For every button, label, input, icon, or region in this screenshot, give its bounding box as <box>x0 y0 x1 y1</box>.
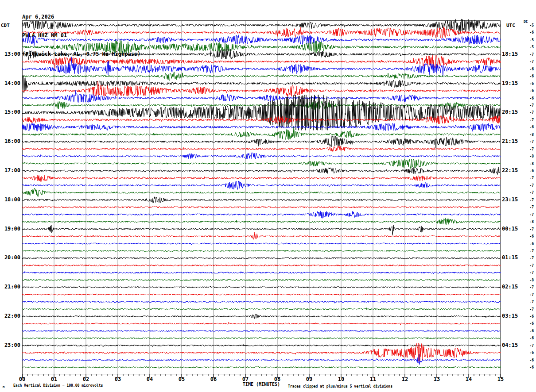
dc-offset-value: -6 <box>523 31 534 35</box>
x-axis-tick-label: 08 <box>271 376 284 382</box>
utc-hour-label: 04:15 <box>502 342 522 348</box>
x-axis-tick-label: 01 <box>48 376 60 382</box>
dc-offset-value: -7 <box>523 271 534 275</box>
x-axis-tick-label: 10 <box>335 376 347 382</box>
x-axis-tick-label: 11 <box>367 376 379 382</box>
seismogram-trace-row <box>22 127 501 140</box>
seismogram-trace-row <box>22 181 501 190</box>
utc-hour-label: 20:15 <box>502 109 522 115</box>
utc-hour-label: 18:15 <box>502 51 522 57</box>
cdt-hour-label: 23:00 <box>0 342 20 348</box>
x-axis-tick-label: 13 <box>431 376 443 382</box>
header-date: Apr 6,2026 <box>22 14 140 20</box>
seismogram-trace-row <box>22 354 501 365</box>
seismogram-trace-row <box>22 286 501 288</box>
x-axis-tick-label: 14 <box>462 376 475 382</box>
dc-offset-value: -7 <box>523 300 534 304</box>
cdt-hour-label: 22:00 <box>0 313 20 319</box>
utc-hour-label: 01:15 <box>502 254 522 261</box>
cdt-hour-label: 19:00 <box>0 226 20 232</box>
seismogram-trace-row <box>22 206 501 208</box>
dc-offset-value: -6 <box>523 234 534 239</box>
x-axis-tick-label: 06 <box>207 376 220 382</box>
dc-offset-value: -7 <box>523 111 534 115</box>
seismogram-trace-row <box>22 159 501 169</box>
seismogram-trace-row <box>22 314 501 319</box>
dc-offset-value: -7 <box>523 293 534 297</box>
dc-offset-value: -7 <box>523 147 534 152</box>
seismogram-trace-row <box>22 250 501 252</box>
dc-offset-value: -7 <box>523 104 534 108</box>
dc-offset-value: -6 <box>523 67 534 72</box>
seismogram-trace-row <box>22 272 501 274</box>
dc-offset-value: -7 <box>523 53 534 57</box>
seismogram-trace-row <box>22 123 501 131</box>
seismogram-trace-row <box>22 294 501 295</box>
dc-offset-value: -6 <box>523 82 534 86</box>
seismogram-trace-row <box>22 308 501 311</box>
dc-offset-value: -7 <box>523 344 534 348</box>
dc-offset-value: -7 <box>523 264 534 268</box>
dc-offset-value: -6 <box>523 315 534 319</box>
clip-note: Traces clipped at plus/minus 5 vertical … <box>288 384 392 388</box>
seismogram-trace-row <box>22 323 501 325</box>
seismogram-trace-row <box>22 175 501 182</box>
cdt-hour-label: 14:00 <box>0 80 20 86</box>
seismogram-trace-row <box>22 136 501 149</box>
dc-offset-value: -6 <box>523 336 534 341</box>
x-axis-tick-label: 04 <box>144 376 156 382</box>
dc-offset-value: -7 <box>523 176 534 181</box>
cdt-hour-label: 20:00 <box>0 254 20 261</box>
cdt-hour-label: 16:00 <box>0 138 20 144</box>
seismogram-plot <box>22 20 501 380</box>
cdt-hour-label: 21:00 <box>0 284 20 290</box>
seismogram-trace-row <box>22 40 501 54</box>
dc-offset-value: -8 <box>523 162 534 166</box>
right-timezone-label: UTC <box>506 23 515 28</box>
dc-offset-value: -8 <box>523 220 534 224</box>
helicorder-page: Apr 6,2026 PWLA HHZ NM 01 (Pickwick Lake… <box>0 0 536 392</box>
seismogram-trace-row <box>22 279 501 281</box>
watermark-glyph: M <box>3 385 4 389</box>
left-timezone-label: CDT <box>1 23 10 28</box>
cdt-hour-label: 13:00 <box>0 51 20 57</box>
seismogram-trace-row <box>22 188 501 196</box>
seismogram-trace-row <box>22 167 501 175</box>
seismogram-trace-row <box>22 301 501 304</box>
seismogram-trace-row <box>22 344 501 347</box>
cdt-hour-label: 17:00 <box>0 167 20 173</box>
dc-offset-value: -7 <box>523 191 534 195</box>
dc-offset-value: -6 <box>523 169 534 173</box>
dc-offset-value: -6 <box>523 329 534 334</box>
dc-offset-value: -5 <box>523 23 534 28</box>
dc-offset-value: -7 <box>523 249 534 254</box>
x-axis-tick-label: 02 <box>80 376 92 382</box>
x-axis-tick-label: 07 <box>239 376 252 382</box>
seismogram-trace-row <box>22 330 501 331</box>
seismogram-trace-row <box>22 218 501 225</box>
seismogram-trace-row <box>22 265 501 266</box>
dc-offset-value: -7 <box>523 285 534 290</box>
utc-hour-label: 02:15 <box>502 284 522 290</box>
scale-note: Each Vertical Division = 100.00 microvol… <box>13 384 103 388</box>
x-axis-tick-label: 09 <box>303 376 315 382</box>
utc-hour-label: 21:15 <box>502 138 522 144</box>
dc-offset-value: -6 <box>523 74 534 79</box>
x-axis-tick-label: 00 <box>16 376 28 382</box>
seismogram-trace-row <box>22 232 501 239</box>
utc-hour-label: 19:15 <box>502 80 522 86</box>
dc-offset-value: -7 <box>523 140 534 144</box>
dc-offset-value: -7 <box>523 184 534 188</box>
utc-hour-label: 00:15 <box>502 226 522 232</box>
dc-offset-value: -6 <box>523 125 534 130</box>
dc-offset-value: -7 <box>523 307 534 312</box>
seismogram-trace-row <box>22 225 501 234</box>
seismogram-trace-row <box>22 27 501 38</box>
x-axis-tick-label: 12 <box>399 376 411 382</box>
seismogram-trace-row <box>22 146 501 152</box>
dc-offset-value: -6 <box>523 89 534 93</box>
dc-offset-value: -5 <box>523 38 534 42</box>
dc-offset-value: -5 <box>523 45 534 50</box>
dc-offset-value: -6 <box>523 351 534 355</box>
seismogram-trace-row <box>22 19 501 35</box>
